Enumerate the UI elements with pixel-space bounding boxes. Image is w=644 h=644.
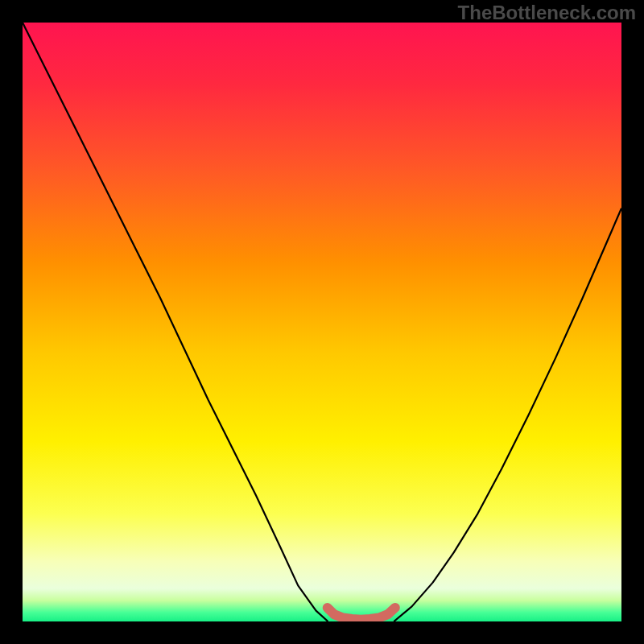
outer-frame: TheBottleneck.com xyxy=(0,0,644,644)
gradient-background xyxy=(23,23,621,621)
plot-svg xyxy=(23,23,621,621)
plot-area xyxy=(23,23,621,621)
watermark-text: TheBottleneck.com xyxy=(458,2,636,24)
